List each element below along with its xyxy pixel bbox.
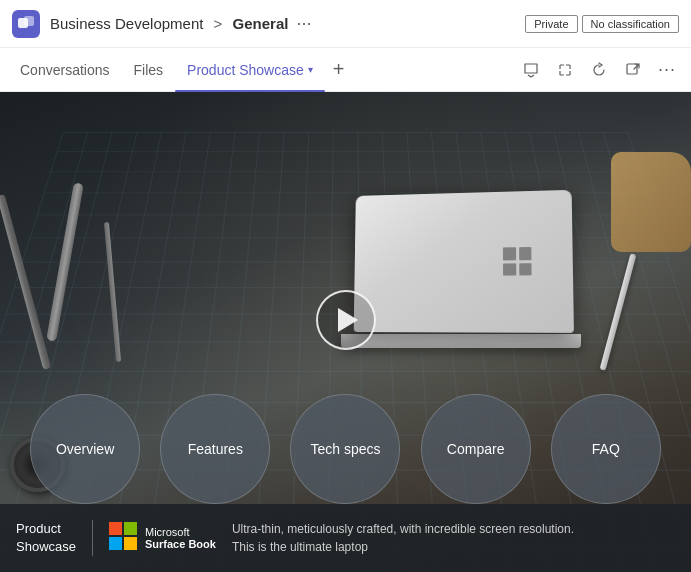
tab-actions: ··· xyxy=(515,54,683,86)
info-description: Ultra-thin, meticulously crafted, with i… xyxy=(232,520,574,556)
play-triangle-icon xyxy=(338,308,358,332)
chat-icon[interactable] xyxy=(515,54,547,86)
win-quad-tl xyxy=(503,247,516,260)
info-bar: Product Showcase Microsoft Surface Book … xyxy=(0,504,691,572)
laptop-decoration xyxy=(351,192,571,352)
video-area: Overview Features Tech specs Compare FAQ… xyxy=(0,92,691,572)
product-name: Product Showcase xyxy=(16,520,76,556)
win-quad-bl xyxy=(503,263,516,276)
team-name[interactable]: Business Development xyxy=(50,15,203,32)
tab-files[interactable]: Files xyxy=(122,48,176,92)
title-badges: Private No classification xyxy=(525,15,679,33)
screwdriver-decoration xyxy=(0,194,51,370)
breadcrumb-separator: > xyxy=(214,15,223,32)
laptop-base xyxy=(341,334,581,348)
title-more-button[interactable]: ··· xyxy=(296,13,311,34)
win-quad-br xyxy=(519,263,532,276)
tab-bar: Conversations Files Product Showcase ▾ + xyxy=(0,48,691,92)
ms-text-block: Microsoft Surface Book xyxy=(145,526,216,550)
info-description-text: Ultra-thin, meticulously crafted, with i… xyxy=(232,522,574,554)
compass-decoration xyxy=(104,222,121,362)
ms-logo-grid xyxy=(109,522,137,550)
info-divider xyxy=(92,520,93,556)
nav-overview[interactable]: Overview xyxy=(30,394,140,504)
laptop-body xyxy=(354,190,574,333)
nav-features[interactable]: Features xyxy=(160,394,270,504)
glove-decoration xyxy=(611,152,691,252)
ms-blue-quad xyxy=(109,537,122,550)
wrench-decoration xyxy=(46,182,84,341)
ms-logo-group: Microsoft Surface Book xyxy=(109,522,216,554)
ms-red-quad xyxy=(109,522,122,535)
add-tab-button[interactable]: + xyxy=(325,48,353,92)
popout-icon[interactable] xyxy=(617,54,649,86)
refresh-icon[interactable] xyxy=(583,54,615,86)
nav-circles: Overview Features Tech specs Compare FAQ xyxy=(0,394,691,504)
expand-icon[interactable] xyxy=(549,54,581,86)
title-bar: Business Development > General ··· Priva… xyxy=(0,0,691,48)
nav-compare[interactable]: Compare xyxy=(421,394,531,504)
win-quad-tr xyxy=(519,247,532,260)
ms-text-line2: Surface Book xyxy=(145,538,216,550)
chevron-down-icon: ▾ xyxy=(308,64,313,75)
teams-icon xyxy=(12,10,40,38)
channel-name[interactable]: General xyxy=(233,15,289,32)
ms-text-line1: Microsoft xyxy=(145,526,216,538)
tab-product-showcase[interactable]: Product Showcase ▾ xyxy=(175,48,325,92)
nav-tech-specs[interactable]: Tech specs xyxy=(290,394,400,504)
ms-yellow-quad xyxy=(124,537,137,550)
nav-faq[interactable]: FAQ xyxy=(551,394,661,504)
windows-logo xyxy=(503,247,532,276)
ms-green-quad xyxy=(124,522,137,535)
private-badge: Private xyxy=(525,15,577,33)
tab-conversations[interactable]: Conversations xyxy=(8,48,122,92)
classification-badge: No classification xyxy=(582,15,679,33)
main-content: Overview Features Tech specs Compare FAQ… xyxy=(0,92,691,572)
svg-rect-2 xyxy=(627,64,637,74)
svg-rect-1 xyxy=(24,16,34,26)
play-button[interactable] xyxy=(316,290,376,350)
breadcrumb: Business Development > General xyxy=(50,15,288,32)
more-options-button[interactable]: ··· xyxy=(651,54,683,86)
